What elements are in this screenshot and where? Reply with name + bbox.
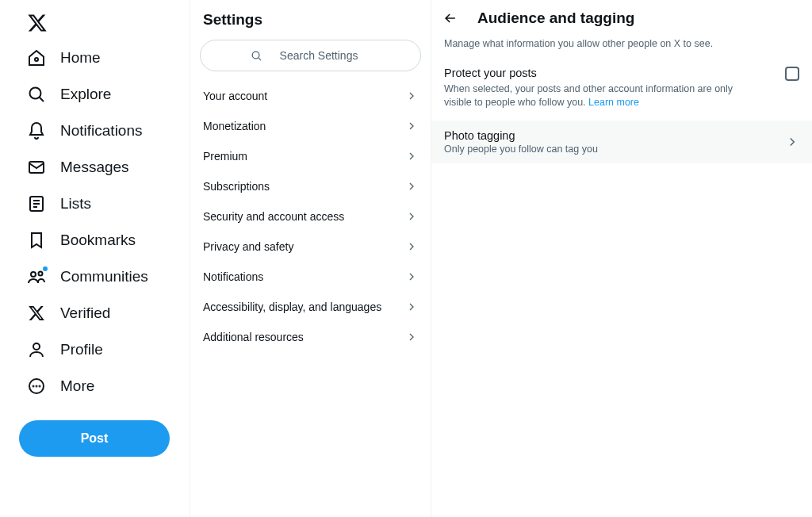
settings-item-security[interactable]: Security and account access [190,201,431,232]
detail-title: Audience and tagging [477,10,634,27]
bookmark-icon [27,231,46,250]
settings-item-label: Monetization [203,120,266,132]
arrow-left-icon [442,10,458,26]
svg-point-4 [31,272,36,277]
x-icon [27,304,46,323]
communities-icon [27,267,46,286]
settings-item-label: Your account [203,90,267,102]
detail-column: Audience and tagging Manage what informa… [431,0,812,517]
settings-item-label: Premium [203,150,247,163]
nav-messages[interactable]: Messages [19,149,180,186]
settings-item-label: Notifications [203,270,263,283]
profile-icon [27,340,46,359]
protect-posts-checkbox[interactable] [785,67,799,81]
protect-description: When selected, your posts and other acco… [444,82,761,109]
nav-label: Home [60,49,101,67]
nav-label: Notifications [60,122,143,140]
chevron-right-icon [405,270,418,283]
chevron-right-icon [405,331,418,343]
x-logo[interactable] [19,6,180,40]
nav-label: More [60,377,94,395]
settings-search[interactable] [200,40,421,71]
nav-label: Bookmarks [60,232,136,249]
nav-home[interactable]: Home [19,40,180,76]
photo-tagging-subtitle: Only people you follow can tag you [444,144,598,155]
learn-more-link[interactable]: Learn more [588,97,639,108]
svg-point-5 [39,272,43,276]
settings-item-label: Additional resources [203,331,304,343]
svg-point-8 [33,386,34,387]
settings-item-premium[interactable]: Premium [190,141,431,171]
chevron-right-icon [405,150,418,163]
nav-label: Profile [60,341,103,358]
nav-notifications[interactable]: Notifications [19,113,180,149]
nav-explore[interactable]: Explore [19,76,180,113]
settings-item-accessibility[interactable]: Accessibility, display, and languages [190,292,431,322]
nav-profile[interactable]: Profile [19,331,180,368]
nav-label: Lists [60,195,91,213]
home-icon [27,48,46,67]
nav-more[interactable]: More [19,368,180,404]
chevron-right-icon [405,90,418,102]
back-button[interactable] [442,10,458,26]
svg-point-11 [252,52,259,59]
notification-dot [43,266,48,271]
photo-tagging-row[interactable]: Photo tagging Only people you follow can… [431,121,812,163]
settings-item-additional[interactable]: Additional resources [190,322,431,352]
photo-tagging-title: Photo tagging [444,129,598,142]
post-button[interactable]: Post [19,420,170,457]
settings-search-input[interactable] [267,49,370,62]
nav-communities[interactable]: Communities [19,258,180,295]
detail-subtitle: Manage what information you allow other … [431,33,812,60]
chevron-right-icon [785,135,799,149]
settings-item-notifications[interactable]: Notifications [190,262,431,292]
chevron-right-icon [405,120,418,132]
protect-title: Protect your posts [444,67,761,79]
settings-item-label: Privacy and safety [203,240,293,253]
settings-item-monetization[interactable]: Monetization [190,111,431,141]
svg-point-6 [33,343,40,350]
nav-label: Explore [60,86,111,103]
protect-posts-row: Protect your posts When selected, your p… [431,60,812,121]
chevron-right-icon [405,240,418,253]
primary-nav: Home Explore Notifications Messages List… [0,0,190,517]
nav-lists[interactable]: Lists [19,186,180,222]
svg-point-1 [30,88,41,99]
mail-icon [27,158,46,177]
settings-item-label: Subscriptions [203,180,270,193]
more-icon [27,377,46,396]
settings-title: Settings [190,0,431,36]
chevron-right-icon [405,210,418,223]
nav-bookmarks[interactable]: Bookmarks [19,222,180,258]
nav-label: Messages [60,159,129,176]
settings-item-your-account[interactable]: Your account [190,81,431,111]
nav-label: Communities [60,268,148,285]
bell-icon [27,121,46,140]
list-icon [27,194,46,213]
search-icon [251,50,262,62]
settings-item-privacy[interactable]: Privacy and safety [190,232,431,262]
chevron-right-icon [405,180,418,193]
nav-label: Verified [60,304,110,322]
chevron-right-icon [405,301,418,313]
svg-point-0 [35,58,38,61]
settings-item-label: Accessibility, display, and languages [203,301,381,313]
svg-point-10 [40,386,40,387]
search-icon [27,85,46,104]
settings-item-subscriptions[interactable]: Subscriptions [190,171,431,201]
settings-column: Settings Your account Monetization Premi… [190,0,431,517]
nav-verified[interactable]: Verified [19,295,180,331]
settings-item-label: Security and account access [203,210,344,223]
detail-header: Audience and tagging [431,0,812,33]
svg-point-9 [36,386,37,387]
